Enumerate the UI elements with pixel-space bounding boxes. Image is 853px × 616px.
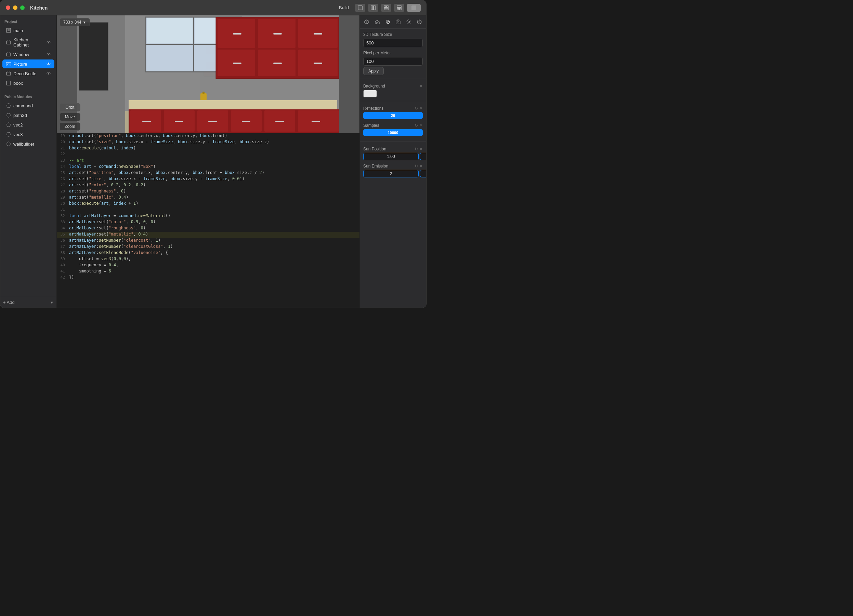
svg-point-16 xyxy=(8,64,8,64)
svg-rect-82 xyxy=(311,121,320,122)
background-color-swatch[interactable] xyxy=(363,90,377,97)
samples-slider[interactable]: 10000 xyxy=(363,129,423,136)
reflections-icons: ↻ ✕ xyxy=(414,106,423,111)
maximize-button[interactable] xyxy=(20,6,24,10)
orbit-button[interactable]: Orbit xyxy=(59,103,80,112)
window-title: Kitchen xyxy=(30,5,47,11)
sun-em-x-input[interactable] xyxy=(363,170,419,177)
eye-icon-picture[interactable]: 👁 xyxy=(47,62,51,67)
svg-rect-0 xyxy=(358,6,362,10)
svg-rect-64 xyxy=(233,33,241,35)
minimize-button[interactable] xyxy=(13,6,17,10)
texture-size-input[interactable] xyxy=(363,39,423,47)
texture-size-section: 3D Texture Size xyxy=(360,29,426,51)
sun-emission-icons: ↻ ✕ xyxy=(414,164,423,168)
layout-icon-1[interactable] xyxy=(355,4,365,12)
settings-icon[interactable] xyxy=(405,17,413,26)
sun-emission-label: Sun Emission xyxy=(363,164,388,168)
center-panel: 733 x 344 ▼ Orbit Move Zoom 19 cutout:se… xyxy=(57,15,360,308)
sidebar-item-label-kitchen: Kitchen Cabinet xyxy=(13,37,44,47)
svg-point-93 xyxy=(408,21,410,23)
sun-position-row: Sun Position ↻ ✕ xyxy=(363,147,423,151)
sidebar-item-picture[interactable]: Picture 👁 xyxy=(2,59,55,68)
sidebar-item-deco-bottle[interactable]: Deco Bottle 👁 xyxy=(2,69,55,78)
svg-rect-15 xyxy=(6,62,11,66)
svg-point-95 xyxy=(419,23,419,23)
svg-rect-84 xyxy=(202,92,205,94)
eye-icon-kitchen[interactable]: 👁 xyxy=(47,40,51,45)
layout-icon-2[interactable] xyxy=(368,4,378,12)
refresh-icon-samples[interactable]: ↻ xyxy=(414,123,418,128)
sidebar-item-label-vec3: vec3 xyxy=(13,132,51,137)
pixel-per-meter-input[interactable] xyxy=(363,57,423,66)
close-button[interactable] xyxy=(6,6,10,10)
right-panel: 3D Texture Size Pixel per Meter Apply Ba… xyxy=(360,15,426,308)
background-row: Background ✕ xyxy=(363,84,423,89)
code-line-30: 30 bbox:execute(art, index + 1) xyxy=(57,201,360,207)
sidebar-item-label-command: command xyxy=(13,103,51,108)
palette-icon[interactable] xyxy=(383,17,392,26)
refresh-icon-emission[interactable]: ↻ xyxy=(414,164,418,168)
code-line-32: 32 local artMatLayer = command:newMateri… xyxy=(57,213,360,219)
sun-pos-y-input[interactable] xyxy=(420,153,426,160)
eye-icon-deco[interactable]: 👁 xyxy=(47,71,51,76)
cube-icon[interactable] xyxy=(363,17,371,26)
move-button[interactable]: Move xyxy=(59,113,80,121)
close-icon[interactable]: ✕ xyxy=(419,84,423,89)
sidebar-item-command[interactable]: command xyxy=(2,101,55,110)
chevron-down-icon: ▼ xyxy=(50,300,54,304)
refresh-icon-sun[interactable]: ↻ xyxy=(414,147,418,151)
sidebar-item-vec3[interactable]: vec3 xyxy=(2,130,55,139)
sun-em-y-input[interactable] xyxy=(420,170,426,177)
refresh-icon[interactable]: ↻ xyxy=(414,106,418,111)
svg-rect-17 xyxy=(6,72,11,75)
zoom-button[interactable]: Zoom xyxy=(59,123,80,130)
svg-rect-2 xyxy=(373,6,375,10)
sidebar-item-vec2[interactable]: vec2 xyxy=(2,120,55,129)
close-icon-emission[interactable]: ✕ xyxy=(419,164,423,168)
svg-rect-65 xyxy=(273,33,282,35)
svg-rect-18 xyxy=(6,81,11,85)
help-icon[interactable] xyxy=(415,17,423,26)
svg-rect-7 xyxy=(397,8,399,10)
viewport-toolbar: 733 x 344 ▼ xyxy=(59,18,90,26)
samples-row: Samples ↻ ✕ xyxy=(363,123,423,128)
svg-rect-77 xyxy=(142,121,151,122)
code-line-41: 41 smoothing = 6 xyxy=(57,269,360,275)
eye-icon-window[interactable]: 👁 xyxy=(47,52,51,57)
apply-button[interactable]: Apply xyxy=(363,67,384,75)
more-button[interactable] xyxy=(407,4,421,12)
reflections-slider[interactable]: 20 xyxy=(363,112,423,119)
svg-rect-13 xyxy=(6,41,11,44)
code-line-24: 24 local art = command:newShape("Box") xyxy=(57,164,360,170)
sun-position-icons: ↻ ✕ xyxy=(414,147,423,151)
background-icons: ✕ xyxy=(419,84,423,89)
svg-rect-67 xyxy=(233,62,241,64)
camera-icon[interactable] xyxy=(394,17,402,26)
sidebar-item-kitchen-cabinet[interactable]: Kitchen Cabinet 👁 xyxy=(2,36,55,49)
chevron-down-icon: ▼ xyxy=(83,21,86,24)
svg-rect-4 xyxy=(387,6,388,8)
viewport-size-selector[interactable]: 733 x 344 ▼ xyxy=(59,18,90,26)
code-editor[interactable]: 19 cutout:set("position", bbox.center.x,… xyxy=(57,133,360,308)
sidebar-item-label-window: Window xyxy=(13,52,44,57)
sidebar-item-main[interactable]: main xyxy=(2,26,55,35)
code-line-27: 27 art:set("color", 0.2, 0.2, 0.2) xyxy=(57,183,360,189)
sidebar-item-bbox[interactable]: bbox xyxy=(2,79,55,88)
sidebar-item-window[interactable]: Window 👁 xyxy=(2,50,55,59)
close-icon-reflections[interactable]: ✕ xyxy=(419,106,423,111)
build-button[interactable]: Build xyxy=(335,4,352,11)
svg-rect-91 xyxy=(396,21,400,24)
sidebar-item-path2d[interactable]: path2d xyxy=(2,111,55,120)
svg-rect-53 xyxy=(147,18,193,44)
layout-icon-3[interactable] xyxy=(381,4,391,12)
home-icon[interactable] xyxy=(373,17,382,26)
close-icon-sun[interactable]: ✕ xyxy=(419,147,423,151)
sun-position-section: Sun Position ↻ ✕ xyxy=(360,143,426,164)
close-icon-samples[interactable]: ✕ xyxy=(419,123,423,128)
svg-point-87 xyxy=(386,20,390,24)
layout-icon-4[interactable] xyxy=(394,4,404,12)
sidebar-item-wallbuilder[interactable]: wallbuilder xyxy=(2,139,55,148)
add-button[interactable]: + Add ▼ xyxy=(0,297,56,308)
sun-pos-x-input[interactable] xyxy=(363,153,419,160)
